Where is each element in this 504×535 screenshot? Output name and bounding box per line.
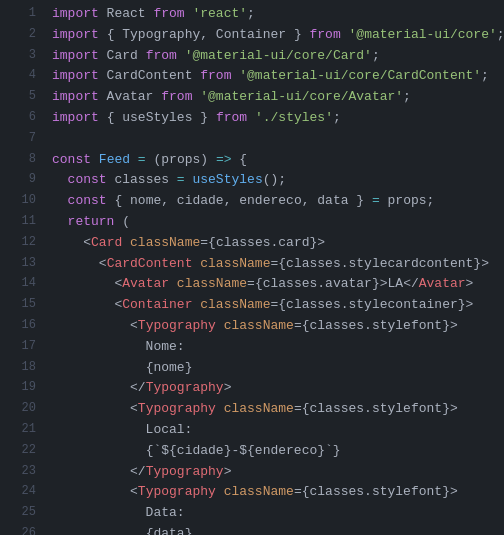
token-plain: React [99, 6, 154, 21]
line-number: 9 [8, 170, 36, 191]
token-tag: Typography [138, 318, 216, 333]
token-plain [247, 110, 255, 125]
token-punc: { [278, 256, 286, 271]
token-kw: import [52, 89, 99, 104]
line-number: 21 [8, 420, 36, 441]
token-plain: >LA</ [380, 276, 419, 291]
token-attr: className [200, 256, 270, 271]
token-plain: useStyles [114, 110, 200, 125]
token-tag: Typography [146, 380, 224, 395]
token-punc: < [99, 256, 107, 271]
line: 16 <Typography className={classes.stylef… [0, 316, 504, 337]
line-number: 2 [8, 25, 36, 46]
line-content: import { useStyles } from './styles'; [52, 108, 496, 129]
token-kw: const [68, 193, 107, 208]
line: 5import Avatar from '@material-ui/core/A… [0, 87, 504, 108]
token-attr: className [177, 276, 247, 291]
token-plain [216, 484, 224, 499]
line-number: 20 [8, 399, 36, 420]
token-punc: } [185, 526, 193, 535]
line-number: 23 [8, 462, 36, 483]
line-content: <Card className={classes.card}> [52, 233, 496, 254]
token-tag: Avatar [122, 276, 169, 291]
token-plain [216, 318, 224, 333]
token-tag: CardContent [107, 256, 193, 271]
line: 18 {nome} [0, 358, 504, 379]
line-number: 3 [8, 46, 36, 67]
token-plain [52, 235, 83, 250]
line: 4import CardContent from '@material-ui/c… [0, 66, 504, 87]
token-punc: } [372, 276, 380, 291]
line-content: const classes = useStyles(); [52, 170, 496, 191]
token-equals: = [372, 193, 380, 208]
token-attr: className [200, 297, 270, 312]
line-number: 16 [8, 316, 36, 337]
token-kw: import [52, 48, 99, 63]
line-content: <Typography className={classes.stylefont… [52, 316, 496, 337]
token-plain: ; [403, 89, 411, 104]
line: 2import { Typography, Container } from '… [0, 25, 504, 46]
line: 3import Card from '@material-ui/core/Car… [0, 46, 504, 67]
token-from-kw: from [216, 110, 247, 125]
token-equals: = [138, 152, 146, 167]
token-punc: < [83, 235, 91, 250]
token-plain: nome [153, 360, 184, 375]
token-str: '@material-ui/core' [349, 27, 497, 42]
line: 17 Nome: [0, 337, 504, 358]
line-number: 8 [8, 150, 36, 171]
token-plain: Nome: [52, 339, 185, 354]
token-punc: } [473, 256, 481, 271]
token-plain: = [247, 276, 255, 291]
token-plain [52, 297, 114, 312]
line-content: import { Typography, Container } from '@… [52, 25, 504, 46]
token-plain [130, 152, 138, 167]
token-kw: import [52, 68, 99, 83]
line: 8const Feed = (props) => { [0, 150, 504, 171]
token-plain: CardContent [99, 68, 200, 83]
token-plain: classes.stylefont [310, 401, 443, 416]
token-plain: Avatar [99, 89, 161, 104]
token-plain [169, 276, 177, 291]
token-plain: ; [481, 68, 489, 83]
line-content: return ( [52, 212, 496, 233]
token-from-kw: from [310, 27, 341, 42]
token-attr: className [224, 318, 294, 333]
line-number: 10 [8, 191, 36, 212]
code-editor: 1import React from 'react';2import { Typ… [0, 0, 504, 535]
line-content: <Avatar className={classes.avatar}>LA</A… [52, 274, 496, 295]
line-content: {`${cidade}-${endereco}`} [52, 441, 496, 462]
token-str: '@material-ui/core/Avatar' [200, 89, 403, 104]
token-plain [52, 401, 130, 416]
line-number: 26 [8, 524, 36, 535]
token-fn: useStyles [192, 172, 262, 187]
line-number: 22 [8, 441, 36, 462]
line-content: <Container className={classes.styleconta… [52, 295, 496, 316]
token-plain: classes.stylecardcontent [286, 256, 473, 271]
line-number: 15 [8, 295, 36, 316]
token-kw: const [52, 152, 91, 167]
line: 22 {`${cidade}-${endereco}`} [0, 441, 504, 462]
line-number: 25 [8, 503, 36, 524]
line: 24 <Typography className={classes.stylef… [0, 482, 504, 503]
token-punc: } [442, 484, 450, 499]
line-number: 6 [8, 108, 36, 129]
token-punc: { [208, 235, 216, 250]
token-plain: </ [52, 464, 146, 479]
token-plain: Card [99, 48, 146, 63]
token-plain [52, 172, 68, 187]
line: 23 </Typography> [0, 462, 504, 483]
token-punc: { [302, 401, 310, 416]
token-punc: `} [325, 443, 341, 458]
line-content [52, 129, 496, 150]
token-plain [208, 110, 216, 125]
token-plain: ; [278, 172, 286, 187]
token-punc: } [200, 110, 208, 125]
line-content: Nome: [52, 337, 496, 358]
token-punc: { [278, 297, 286, 312]
token-plain [52, 360, 146, 375]
token-from-kw: from [161, 89, 192, 104]
token-from-kw: from [153, 6, 184, 21]
token-plain: ; [247, 6, 255, 21]
token-punc: () [263, 172, 279, 187]
line: 19 </Typography> [0, 378, 504, 399]
